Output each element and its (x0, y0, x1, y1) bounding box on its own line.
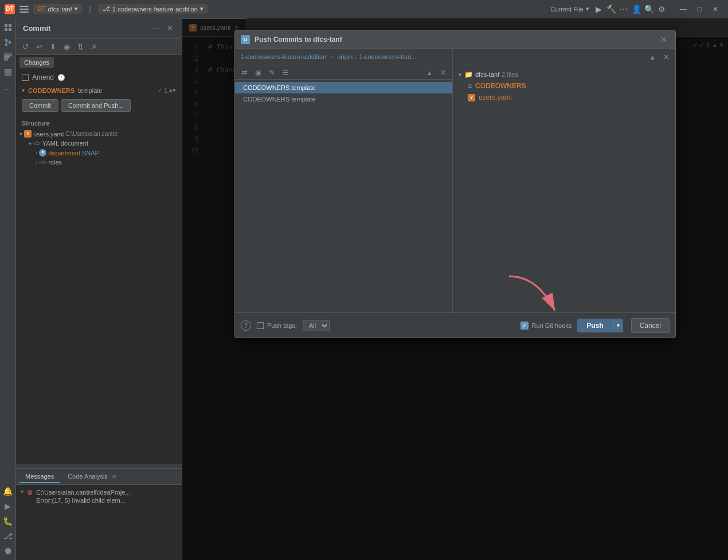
modal-right-panel: ▴ ✕ ▾ 📁 dfcs-tanf 2 files ≡ (453, 49, 675, 312)
horizontal-scrollbar[interactable] (16, 464, 182, 468)
file-line-icon: ≡ (468, 82, 472, 90)
file-codeowners[interactable]: ≡ CODEOWNERS (453, 80, 675, 92)
property-icon: P (39, 149, 46, 156)
current-file-selector[interactable]: Current File ▾ (551, 5, 589, 13)
maximize-button[interactable]: □ (691, 1, 707, 17)
commit-list-item-2[interactable]: CODEOWNERS template (235, 93, 452, 105)
search-button[interactable]: 🔍 (644, 5, 653, 14)
svg-rect-9 (5, 59, 7, 61)
expand-button[interactable]: ⇅ (75, 41, 86, 53)
svg-rect-1 (9, 24, 11, 27)
panel-close-button[interactable]: ✕ (165, 24, 175, 34)
more-actions-button[interactable]: ⋯ (619, 5, 628, 14)
up-button[interactable]: ▴ (424, 66, 435, 78)
commit-and-push-button[interactable]: Commit and Push... (61, 99, 131, 112)
tree-root-item[interactable]: ▾ Y users.yaml C:\Users\alan.cantre (16, 129, 182, 139)
folder-dfcs-tanf[interactable]: ▾ 📁 dfcs-tanf 2 files (453, 69, 675, 80)
eye-button[interactable]: ◉ (252, 66, 264, 78)
tree-expand-icon: › (36, 159, 37, 166)
edit-button[interactable]: ✎ (266, 66, 277, 78)
minimize-button[interactable]: — (675, 1, 691, 17)
cancel-button[interactable]: Cancel (631, 318, 670, 333)
svg-rect-2 (5, 28, 7, 31)
structure-section: Structure ▾ Y users.yaml C:\Users\alan.c… (16, 115, 182, 464)
error-expand-icon[interactable]: ▾ (21, 488, 24, 495)
users-yaml-label: users.yaml (33, 131, 64, 138)
code-analysis-close[interactable]: ✕ (112, 473, 116, 480)
help-button[interactable]: ? (241, 320, 251, 331)
file-users-yaml[interactable]: Y users.yaml (453, 92, 675, 103)
amend-checkbox[interactable] (22, 74, 29, 81)
codeowners-file-item[interactable]: ▾ CODEOWNERS template ✓ 1 ▴▾ (16, 85, 182, 96)
build-button[interactable]: 🔨 (606, 5, 616, 14)
push-tags-checkbox[interactable] (257, 322, 264, 329)
amend-clock-icon[interactable]: 🕐 (57, 74, 65, 81)
expand-icon: ▾ (22, 87, 25, 93)
list-button[interactable]: ☰ (280, 66, 291, 78)
feature-branch-label[interactable]: 1-codeowners-feat... (359, 53, 416, 60)
expand-all-button[interactable]: ▴ (647, 51, 658, 62)
svg-rect-3 (9, 28, 11, 31)
modal-body: 1-codeowners-feature-addition → origin :… (235, 49, 675, 312)
svg-rect-8 (5, 57, 9, 58)
activity-icon-project[interactable] (1, 21, 15, 34)
activity-icon-notifications[interactable]: 🔔 (1, 484, 15, 498)
profile-button[interactable]: 👤 (632, 5, 641, 14)
modal-left-panel: 1-codeowners-feature-addition → origin :… (235, 49, 453, 312)
modal-title: Push Commits to dfcs-tanf (255, 36, 342, 44)
activity-icon-plugins[interactable] (1, 65, 15, 79)
expand-collapse-icon[interactable]: ▴▾ (169, 87, 176, 94)
tree-expand-icon: ▾ (19, 131, 22, 137)
activity-icon-git2[interactable]: ⎇ (1, 529, 15, 543)
yaml-file-icon: Y (24, 130, 32, 138)
shelve-button[interactable]: ⬇ (47, 41, 58, 53)
close-button[interactable]: ✕ (707, 1, 723, 17)
settings-button[interactable]: ⚙ (657, 5, 666, 14)
push-dropdown-button[interactable]: ▾ (613, 319, 623, 332)
run-button[interactable]: ▶ (594, 5, 603, 14)
down-close-button[interactable]: ✕ (437, 66, 449, 78)
commit-buttons-area: Commit Commit and Push... (16, 96, 182, 115)
project-selector[interactable]: DT dfcs-tanf ▾ (33, 4, 83, 14)
tree-roles[interactable]: › <> roles (16, 158, 182, 167)
codeowners-filename: CODEOWNERS (475, 82, 526, 90)
tree-department[interactable]: › P department SNAP (16, 148, 182, 158)
brackets-icon: <> (39, 159, 46, 166)
activity-icon-bottom[interactable]: ⬟ (1, 544, 15, 558)
branch-info-row: 1-codeowners-feature-addition → origin :… (235, 49, 452, 65)
panel-more-button[interactable]: ⋯ (151, 24, 161, 34)
svg-rect-12 (5, 73, 7, 75)
file-count-label: 2 files (502, 71, 518, 78)
branch-name-label: 1-codeowners-feature-addition (241, 53, 326, 60)
eye-button[interactable]: ◉ (61, 41, 72, 53)
activity-icon-debug[interactable]: 🐛 (1, 514, 15, 528)
main-layout: … 🔔 ▶ 🐛 ⎇ ⬟ Commit ⋯ ✕ ↺ ↩ ⬇ ◉ ⇅ ✕ Chang… (0, 18, 728, 560)
department-value-label: SNAP (82, 150, 99, 156)
activity-icon-more[interactable]: … (1, 80, 15, 94)
run-git-hooks-checkbox[interactable]: ✓ (520, 322, 529, 330)
undo-button[interactable]: ↩ (33, 41, 45, 53)
push-button[interactable]: Push (577, 319, 612, 332)
commit-list-item-1[interactable]: CODEOWNERS template (235, 82, 452, 93)
modal-close-button[interactable]: ✕ (658, 34, 670, 45)
refresh-button[interactable]: ↺ (19, 41, 31, 53)
modal-overlay: U Push Commits to dfcs-tanf ✕ 1-codeowne… (182, 18, 728, 560)
tab-code-analysis[interactable]: Code Analysis ✕ (62, 471, 122, 483)
checkbox-check-icon: ✓ (522, 322, 527, 328)
activity-icon-run[interactable]: ▶ (1, 499, 15, 513)
push-tags-select[interactable]: All (303, 320, 330, 331)
commit-button[interactable]: Commit (22, 99, 58, 112)
folder-name-label: dfcs-tanf (475, 71, 499, 78)
branch-selector[interactable]: ⎇ 1-codeowners-feature-addition ▾ (98, 4, 208, 14)
activity-icon-structure[interactable] (1, 50, 15, 64)
activity-icon-git[interactable] (1, 36, 15, 49)
origin-label[interactable]: origin (337, 53, 353, 60)
tab-messages[interactable]: Messages (19, 471, 60, 483)
tree-yaml-doc[interactable]: ▾ <> YAML document (16, 139, 182, 148)
commit-list: CODEOWNERS template CODEOWNERS template (235, 80, 452, 312)
push-tags-label: Push tags: (257, 322, 297, 329)
close-right-button[interactable]: ✕ (660, 51, 672, 62)
close-button[interactable]: ✕ (88, 41, 100, 53)
swap-button[interactable]: ⇄ (238, 66, 250, 78)
hamburger-menu[interactable] (19, 6, 29, 13)
